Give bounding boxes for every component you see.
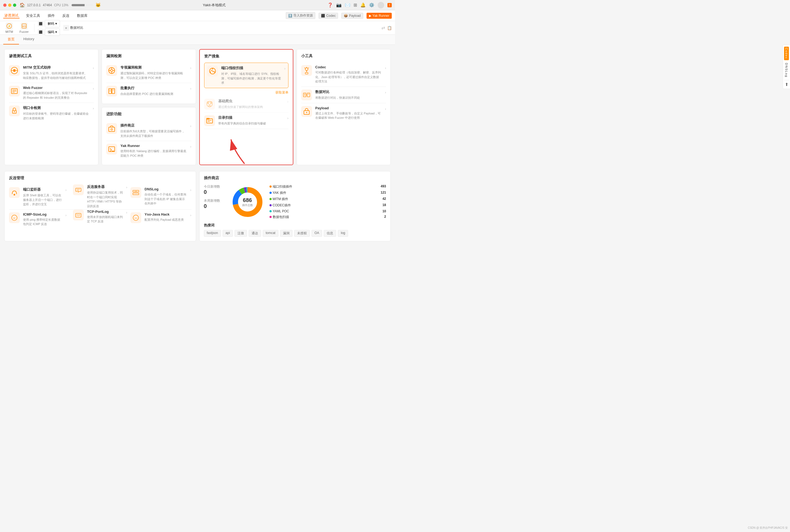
yso-card[interactable]: Java Yso-Java Hack 配置序列化 Payload 或恶意类 › [130,210,191,229]
donut-center: 686 插件总数 [242,197,253,207]
settings-icon[interactable]: ⚙️ [369,2,374,7]
svg-text:TCP: TCP [76,214,80,216]
tab-home[interactable]: 首页 [3,35,19,44]
plugin-legend: 端口扫描插件 493 YAK 插件 121 MITM 插件 42 CODEC插件… [269,184,386,220]
datacompare-card[interactable]: 数据对比 将数据进行对比，快速识别不同处 › [301,87,386,103]
datacompare-arrow: › [385,91,386,94]
weakpass-card[interactable]: 弱口令检测 对目标的登录账号、密码等进行爆破，在爆破前会进行未授权检测 › [9,103,94,123]
webfuzzer-card[interactable]: Web Fuzzer 通过核心模糊测试标签语法，实现了对 Burpsuite 的… [9,83,94,103]
batch-exec-card[interactable]: 批量执行 自由选择需要的 POC 进行批量漏洞检测 › [106,83,191,99]
tag-log[interactable]: log [338,230,348,237]
portscan-card[interactable]: 端口/指纹扫描 对 IP、IP段、域名等端口进行 SYN、指纹检测，可编写插件进… [204,63,288,88]
nav-database[interactable]: 数据库 [76,13,89,18]
nav-pentest[interactable]: 渗透测试 [3,13,20,18]
red-arrow [223,134,255,167]
tag-loophole[interactable]: 漏洞 [280,230,292,237]
tag-tomcat[interactable]: tomcat [263,230,278,237]
tab-history[interactable]: History [19,35,38,44]
mitm-label: MITM [5,30,13,33]
plugin-store-card[interactable]: 插件商店 目前插件为6大类型，可根据需要灵活编写插件，支持从插件商店下载插件 › [106,120,191,141]
webfuzzer-content: Web Fuzzer 通过核心模糊测试标签语法，实现了对 Burpsuite 的… [23,86,90,100]
tcp-card[interactable]: TCP TCP-PortLog 使用未开放的随机端口来判定 TCP 反连 › [70,210,130,229]
fuzzer-label: Fuzzer [20,30,29,33]
tag-fanwei[interactable]: 泛微 [234,230,247,237]
svg-point-59 [14,194,15,195]
encode-btn[interactable]: 编码 ▾ [45,28,60,36]
port-listener-card[interactable]: 端口监听器 反弹 Shell 接收工具，可以在服务器上开启一个端口，进行监听，并… [9,184,70,210]
tag-api[interactable]: api [223,230,233,237]
dnslog-card[interactable]: com DNSLog 自动生成一个子域名，任何查询到这个子域名的 IP 被集合展… [130,184,191,210]
decode-btn[interactable]: 解码 ▾ [45,20,60,27]
weakpass-arrow: › [93,107,94,110]
tag-unauthorized[interactable]: 未授权 [294,230,310,237]
yak-runner-card-icon [106,144,117,155]
codec-nav-btn[interactable]: ⬛ Codec [319,13,338,19]
svg-line-49 [308,68,309,68]
legend-item-3: CODEC插件 18 [269,203,386,208]
asset-section: 资产搜集 端口/指纹扫描 对 IP、IP段、域名等端口进行 SYN、指纹检测，可… [199,49,293,165]
avatar-icon[interactable] [378,2,384,8]
svg-line-38 [210,103,211,104]
crawler-icon [204,99,215,110]
crawler-card[interactable]: 基础爬虫 通过爬虫快速了解网站的整体架构 › [204,96,288,113]
reverse-server-card[interactable]: 反连服务器 使用协议端口复用技术，同时在一个端口同时实现 HTTP / RMI … [70,184,130,210]
asset-title: 资产搜集 [204,54,288,59]
payload-card[interactable]: Payload 通过上传文件、手动删改等，自定义 Payload，可在爆破和 W… [301,103,386,123]
fetch-menu-btn[interactable]: 获取菜单 [275,91,288,94]
dirscan-card[interactable]: 目录扫描 带有内置字典的综合目录扫描与爆破 › [204,113,288,129]
mitm-tool[interactable]: ⚡ MITM [3,21,15,34]
minimize-button[interactable] [8,3,12,7]
close-button[interactable] [3,3,6,7]
connections-grid: 端口监听器 反弹 Shell 接收工具，可以在服务器上开启一个端口，进行监听，并… [9,184,191,229]
yak-runner-btn[interactable]: ▶ Yak Runner [367,13,392,19]
plugin-store-icon [106,123,117,134]
toolbar-right: ⇄ 📋 [382,25,392,31]
nav-reverse[interactable]: 反连 [61,13,71,18]
help-icon[interactable]: ❓ [327,2,333,7]
grid-icon[interactable]: ⊞ [353,2,357,7]
legend-item-1: YAK 插件 121 [269,191,386,195]
tag-tongda[interactable]: 通达 [249,230,261,237]
data-compare-label: 数据对比 [70,25,83,30]
home-icon[interactable]: 🏠 [20,2,25,7]
webfuzzer-icon [9,86,20,97]
weakpass-icon [9,106,20,116]
codec-card-arrow: › [385,66,386,70]
nav-security-tools[interactable]: 安全工具 [25,13,41,18]
yak-runner-card[interactable]: Yak Runner 使用特有的 Yaklang 进行编程，直接调用引擎最底层能… [106,141,191,160]
tcp-content: TCP-PortLog 使用未开放的随机端口来判定 TCP 反连 [87,210,123,224]
camera-icon[interactable]: 📷 [336,2,342,7]
svg-line-37 [208,103,209,104]
mail-icon[interactable]: ✉️ [345,2,350,7]
tag-info[interactable]: 信息 [324,230,336,237]
mitm-card[interactable]: MITM 交互式劫持 安装 SSL/TLS 证书，劫持浏览器所有流量请求、响应数… [9,62,94,83]
nav-plugins[interactable]: 插件 [46,13,56,18]
dirscan-icon [204,115,215,126]
svg-point-26 [111,129,113,130]
plugin-store-body: 今日新增数 0 本周新增数 0 [204,184,386,220]
weakpass-content: 弱口令检测 对目标的登录账号、密码等进行爆破，在爆破前会进行未授权检测 [23,106,90,120]
payload-nav-btn[interactable]: 📦 Payload [341,13,363,19]
payload-icon [301,106,312,117]
tag-fastjson[interactable]: fastjson [204,230,221,237]
yak-runner-card-arrow: › [190,145,191,149]
import-btn[interactable]: ⬆️ 导入协作资源 [286,12,315,19]
dirscan-arrow: › [287,116,288,120]
icmp-arrow: › [65,213,66,217]
hot-tags: fastjson api 泛微 通达 tomcat 漏洞 未授权 OA 信息 l… [204,230,386,237]
main-content: 渗透测试工具 MITM 交互式劫持 安装 SSL/TLS 证书，劫持浏览器所有流… [0,45,395,169]
title-bar-actions: ❓ 📷 ✉️ ⊞ 🔔 ⚙️ ! [327,2,392,8]
icmp-card[interactable]: IC ICMP-SizeLog 使用 ping 携带特定长度数据包判定 ICMP… [9,210,70,229]
poc-card[interactable]: 专项漏洞检测 通过预制漏洞源码，对特定目标进行专项漏洞检测，可以自定义新增 PO… [106,62,191,83]
bell-icon[interactable]: 🔔 [360,2,366,7]
tag-oa[interactable]: OA [311,230,322,237]
title-bar: 🏠 127.0.0.1 47464 CPU 13% 🐱 Yakit-本地模式 ❓… [0,0,395,10]
mitm-card-icon [9,65,20,76]
svg-point-36 [209,105,210,107]
connections-title: 反连管理 [9,176,191,180]
codec-card[interactable]: Codec 可对数据进行各种处理（包括加密、解密、反序列化、Json 处理等等）… [301,62,386,87]
svg-rect-21 [112,89,115,94]
fuzzer-tool[interactable]: WS Fuzzer [17,21,31,34]
yakit-icon: 🐱 [95,2,101,7]
maximize-button[interactable] [13,3,16,7]
